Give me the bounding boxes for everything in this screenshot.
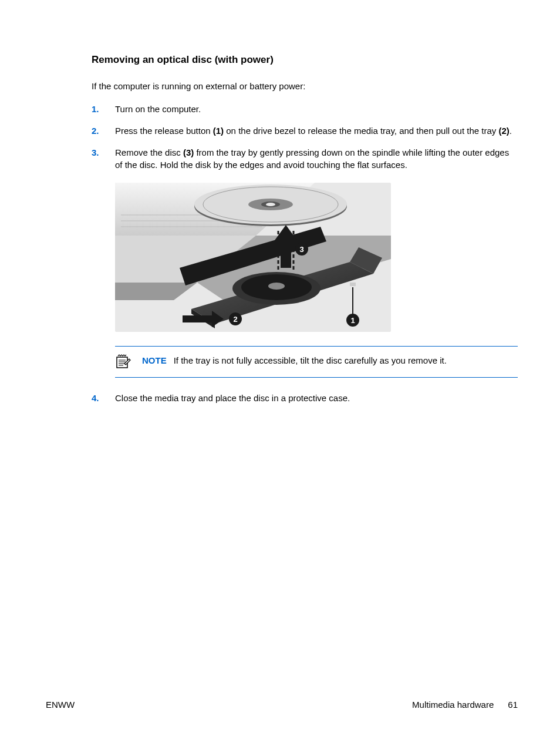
step-item: 2. Press the release button (1) on the d… bbox=[92, 125, 518, 137]
step-text: Remove the disc (3) from the tray by gen… bbox=[115, 146, 518, 171]
svg-text:2: 2 bbox=[233, 315, 237, 324]
section-title: Removing an optical disc (with power) bbox=[92, 54, 518, 66]
step-item: 3. Remove the disc (3) from the tray by … bbox=[92, 146, 518, 171]
note-icon bbox=[115, 354, 131, 370]
step-text: Close the media tray and place the disc … bbox=[115, 392, 518, 404]
svg-rect-25 bbox=[350, 283, 356, 286]
svg-marker-20 bbox=[281, 237, 291, 268]
step-item: 1. Turn on the computer. bbox=[92, 103, 518, 115]
svg-text:1: 1 bbox=[350, 316, 355, 325]
step-item: 4. Close the media tray and place the di… bbox=[92, 392, 518, 404]
note-label: NOTE bbox=[142, 355, 167, 365]
svg-text:3: 3 bbox=[299, 245, 303, 254]
svg-marker-6 bbox=[115, 283, 197, 300]
step-text: Turn on the computer. bbox=[115, 103, 518, 115]
note-text: NOTEIf the tray is not fully accessible,… bbox=[142, 354, 518, 365]
footer-section: Multimedia hardware bbox=[412, 700, 494, 710]
step-number: 4. bbox=[92, 392, 115, 404]
intro-text: If the computer is running on external o… bbox=[92, 80, 518, 92]
svg-point-19 bbox=[266, 203, 275, 206]
note-box: NOTEIf the tray is not fully accessible,… bbox=[115, 346, 518, 378]
step-text: Press the release button (1) on the driv… bbox=[115, 125, 518, 137]
footer-page-number: 61 bbox=[508, 700, 518, 710]
step-number: 3. bbox=[92, 146, 115, 171]
footer-left: ENWW bbox=[46, 700, 75, 710]
step-number: 2. bbox=[92, 125, 115, 137]
optical-drive-illustration: 1 2 3 bbox=[115, 183, 391, 332]
svg-point-13 bbox=[268, 283, 285, 290]
page-footer: ENWW Multimedia hardware 61 bbox=[46, 700, 518, 710]
step-number: 1. bbox=[92, 103, 115, 115]
